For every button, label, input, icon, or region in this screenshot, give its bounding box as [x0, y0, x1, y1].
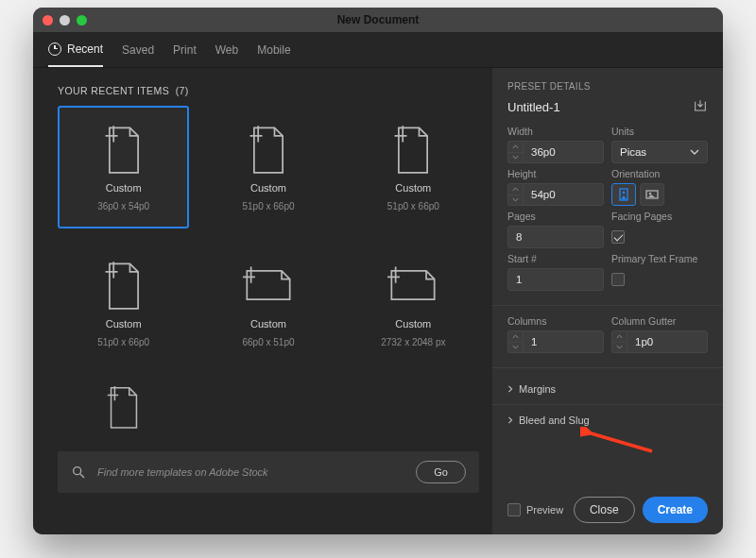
preset-card[interactable]: Custom 51p0 x 66p0 — [58, 242, 189, 364]
preset-card[interactable]: Custom 2732 x 2048 px — [348, 242, 479, 364]
margins-expander[interactable]: Margins — [507, 378, 708, 400]
divider — [492, 305, 723, 306]
save-preset-icon[interactable] — [693, 99, 708, 114]
card-title: Custom — [250, 182, 286, 194]
width-label: Width — [507, 126, 604, 137]
recent-icon — [48, 42, 61, 56]
spin-down-icon[interactable] — [508, 153, 523, 163]
chevron-right-icon — [507, 385, 513, 393]
height-label: Height — [507, 168, 604, 179]
stock-search-row: Find more templates on Adobe Stock Go — [58, 451, 479, 493]
tab-label: Saved — [122, 43, 154, 57]
svg-point-3 — [623, 192, 626, 194]
recent-header-label: YOUR RECENT ITEMS — [58, 85, 169, 96]
columns-spinner[interactable] — [507, 330, 523, 353]
bleed-slug-expander[interactable]: Bleed and Slug — [507, 409, 708, 431]
tab-recent[interactable]: Recent — [48, 32, 103, 67]
svg-point-0 — [74, 467, 81, 475]
spin-down-icon[interactable] — [612, 343, 627, 353]
tab-saved[interactable]: Saved — [122, 32, 154, 67]
pages-field[interactable]: 8 — [507, 226, 604, 248]
preset-card[interactable]: Custom 36p0 x 54p0 — [58, 106, 189, 228]
preset-card[interactable] — [58, 378, 189, 444]
facing-label: Facing Pages — [611, 211, 708, 222]
primary-text-frame-checkbox[interactable] — [611, 268, 708, 291]
spin-down-icon[interactable] — [508, 195, 523, 206]
go-button[interactable]: Go — [416, 461, 466, 483]
card-title: Custom — [250, 318, 286, 330]
minimize-window-icon[interactable] — [60, 15, 70, 25]
preset-details-pane: PRESET DETAILS Untitled-1 Width — [492, 68, 723, 534]
width-field[interactable]: 36p0 — [507, 141, 604, 163]
close-button[interactable]: Close — [574, 497, 635, 523]
preview-checkbox[interactable]: Preview — [507, 499, 566, 521]
tab-label: Recent — [67, 42, 103, 56]
units-label: Units — [611, 126, 708, 137]
preset-card[interactable]: Custom 66p0 x 51p0 — [202, 242, 334, 364]
start-value[interactable]: 1 — [507, 268, 604, 291]
new-document-window: New Document Recent Saved Print Web Mobi… — [33, 8, 723, 534]
orientation-portrait-button[interactable] — [611, 183, 636, 206]
page-icon — [103, 384, 145, 430]
svg-point-5 — [649, 193, 652, 195]
chevron-right-icon — [507, 416, 513, 424]
primary-label: Primary Text Frame — [611, 253, 708, 264]
tab-label: Print — [173, 43, 197, 57]
card-dimensions: 51p0 x 66p0 — [242, 201, 294, 211]
document-name-field[interactable]: Untitled-1 — [507, 100, 560, 114]
spin-up-icon[interactable] — [508, 184, 523, 195]
margins-label: Margins — [519, 383, 556, 395]
columns-field[interactable]: 1 — [507, 330, 604, 353]
orientation-landscape-button[interactable] — [640, 183, 664, 206]
page-icon — [98, 124, 149, 175]
pages-label: Pages — [507, 211, 604, 222]
page-icon — [387, 124, 438, 175]
spin-up-icon[interactable] — [508, 331, 523, 343]
window-controls — [43, 15, 87, 25]
gutter-spinner[interactable] — [611, 330, 627, 353]
page-icon — [387, 260, 438, 311]
divider — [492, 367, 723, 368]
units-select[interactable]: Picas — [611, 141, 708, 163]
preset-grid: Custom 36p0 x 54p0 Custom 51p0 x 66p0 Cu… — [58, 106, 479, 444]
orientation-label: Orientation — [611, 168, 708, 179]
recent-pane: YOUR RECENT ITEMS (7) Custom 36p0 x 54p0… — [33, 68, 492, 534]
height-spinner[interactable] — [507, 183, 523, 206]
gutter-field[interactable]: 1p0 — [611, 330, 708, 353]
gutter-value[interactable]: 1p0 — [627, 330, 708, 353]
facing-pages-checkbox[interactable] — [611, 226, 708, 248]
columns-value[interactable]: 1 — [523, 330, 604, 353]
tab-mobile[interactable]: Mobile — [257, 32, 290, 67]
spin-down-icon[interactable] — [508, 343, 523, 353]
card-title: Custom — [106, 182, 142, 194]
page-icon — [98, 260, 149, 311]
spin-up-icon[interactable] — [508, 142, 523, 153]
card-dimensions: 36p0 x 54p0 — [97, 201, 149, 211]
card-dimensions: 51p0 x 66p0 — [97, 337, 149, 347]
chevron-down-icon — [690, 149, 699, 155]
search-input[interactable]: Find more templates on Adobe Stock — [97, 466, 404, 478]
preset-card[interactable]: Custom 51p0 x 66p0 — [202, 106, 334, 228]
close-window-icon[interactable] — [43, 15, 53, 25]
tab-print[interactable]: Print — [173, 32, 197, 67]
preset-card[interactable]: Custom 51p0 x 66p0 — [348, 106, 479, 228]
preset-header: PRESET DETAILS — [507, 81, 708, 92]
card-title: Custom — [395, 182, 431, 194]
spin-up-icon[interactable] — [612, 331, 627, 343]
card-dimensions: 2732 x 2048 px — [381, 337, 445, 347]
start-label: Start # — [507, 253, 604, 264]
width-value[interactable]: 36p0 — [523, 141, 604, 163]
start-field[interactable]: 1 — [507, 268, 604, 291]
create-button[interactable]: Create — [643, 497, 708, 523]
tab-web[interactable]: Web — [215, 32, 238, 67]
zoom-window-icon[interactable] — [77, 15, 87, 25]
height-field[interactable]: 54p0 — [507, 183, 604, 206]
recent-count: (7) — [176, 85, 189, 96]
tab-label: Web — [215, 43, 238, 57]
bleed-label: Bleed and Slug — [519, 414, 590, 426]
columns-label: Columns — [507, 315, 604, 327]
pages-value[interactable]: 8 — [507, 226, 604, 248]
height-value[interactable]: 54p0 — [523, 183, 604, 206]
card-dimensions: 66p0 x 51p0 — [242, 337, 294, 347]
width-spinner[interactable] — [507, 141, 523, 163]
